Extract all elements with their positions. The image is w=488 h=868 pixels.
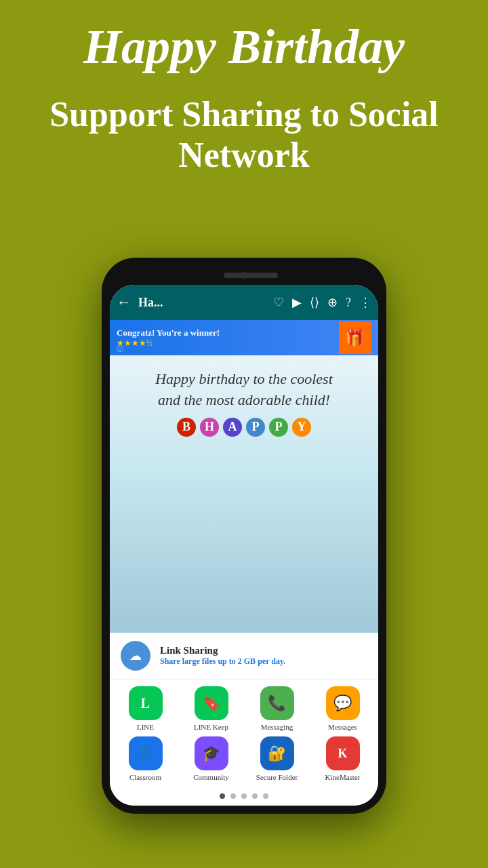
dot-5[interactable] <box>263 793 268 799</box>
phone-camera <box>241 272 247 279</box>
line-icon: L <box>129 686 163 720</box>
sub-heading: Support Sharing to Social Network <box>0 81 488 189</box>
classroom-label: Classroom <box>129 773 161 781</box>
pagination-dots <box>110 788 378 806</box>
app-item-kinemaster[interactable]: K KineMaster <box>312 736 373 781</box>
candle-h: H <box>200 418 219 437</box>
more-icon[interactable]: ⋮ <box>359 295 371 310</box>
share-icon[interactable]: ⟨⟩ <box>310 295 319 310</box>
kinemaster-label: KineMaster <box>325 773 361 781</box>
ad-text: Congratz! You're a winner! <box>117 328 220 338</box>
birthday-card-text: Happy birthday to the coolestand the mos… <box>155 369 333 411</box>
phone-speaker <box>224 273 278 278</box>
candle-b: B <box>177 418 196 437</box>
phone-screen: ← Ha... ♡ ▶ ⟨⟩ ⊕ ? ⋮ Congratz! You're a … <box>110 285 378 806</box>
zoom-icon[interactable]: ⊕ <box>327 295 338 310</box>
dot-2[interactable] <box>230 793 236 799</box>
line-keep-icon: 🔖 <box>195 686 228 720</box>
toolbar-icons-group: ♡ ▶ ⟨⟩ ⊕ ? ⋮ <box>273 295 371 310</box>
dot-3[interactable] <box>241 793 247 799</box>
link-sharing-row[interactable]: ☁ Link Sharing Share large files up to 2… <box>110 633 378 679</box>
line-label: LINE <box>137 723 154 731</box>
app-item-classroom[interactable]: 👤 Classroom <box>115 736 176 781</box>
messaging-label: Messaging <box>261 723 293 731</box>
phone-frame: ← Ha... ♡ ▶ ⟨⟩ ⊕ ? ⋮ Congratz! You're a … <box>102 258 386 814</box>
candle-y: Y <box>292 418 311 437</box>
ad-stars: ★★★★½ <box>117 338 220 349</box>
apps-grid: L LINE 🔖 LINE Keep 📞 Messaging 💬 Message… <box>110 679 378 788</box>
share-sheet: ☁ Link Sharing Share large files up to 2… <box>110 633 378 806</box>
link-sharing-title: Link Sharing <box>160 645 285 656</box>
dot-4[interactable] <box>252 793 258 799</box>
link-sharing-subtitle: Share large files up to 2 GB per day. <box>160 656 285 667</box>
candle-p1: P <box>246 418 265 437</box>
community-label: Community <box>193 773 229 781</box>
secure-folder-icon: 🔐 <box>260 736 294 770</box>
candles-area: B H A P P Y <box>177 418 311 437</box>
app-item-messaging[interactable]: 📞 Messaging <box>247 686 307 731</box>
messages-icon: 💬 <box>326 686 360 720</box>
secure-folder-label: Secure Folder <box>256 773 298 781</box>
messaging-icon: 📞 <box>260 686 294 720</box>
app-item-secure-folder[interactable]: 🔐 Secure Folder <box>247 736 307 781</box>
toolbar-title: Ha... <box>138 296 273 310</box>
main-heading: Happy Birthday <box>0 0 488 81</box>
classroom-icon: 👤 <box>129 736 163 770</box>
line-keep-label: LINE Keep <box>194 723 228 731</box>
ad-banner[interactable]: Congratz! You're a winner! ★★★★½ 🎁 ⓘ <box>110 320 378 355</box>
candle-a: A <box>223 418 242 437</box>
messages-label: Messages <box>328 723 357 731</box>
app-toolbar: ← Ha... ♡ ▶ ⟨⟩ ⊕ ? ⋮ <box>110 285 378 320</box>
play-icon[interactable]: ▶ <box>292 295 302 310</box>
ad-gift-icon: 🎁 <box>339 321 371 354</box>
app-item-line[interactable]: L LINE <box>115 686 176 731</box>
app-item-line-keep[interactable]: 🔖 LINE Keep <box>181 686 241 731</box>
link-sharing-icon: ☁ <box>121 641 150 671</box>
app-item-messages[interactable]: 💬 Messages <box>312 686 373 731</box>
candle-p2: P <box>269 418 288 437</box>
favorite-icon[interactable]: ♡ <box>273 295 284 310</box>
phone-container: ← Ha... ♡ ▶ ⟨⟩ ⊕ ? ⋮ Congratz! You're a … <box>102 258 386 814</box>
birthday-image-area: Happy birthday to the coolestand the mos… <box>110 355 378 633</box>
kinemaster-icon: K <box>326 736 360 770</box>
app-item-community[interactable]: 🎓 Community <box>181 736 241 781</box>
back-button[interactable]: ← <box>117 294 131 311</box>
dot-1[interactable] <box>220 793 225 799</box>
community-icon: 🎓 <box>195 736 228 770</box>
help-icon[interactable]: ? <box>346 296 351 310</box>
ad-info-icon: ⓘ <box>117 344 123 354</box>
